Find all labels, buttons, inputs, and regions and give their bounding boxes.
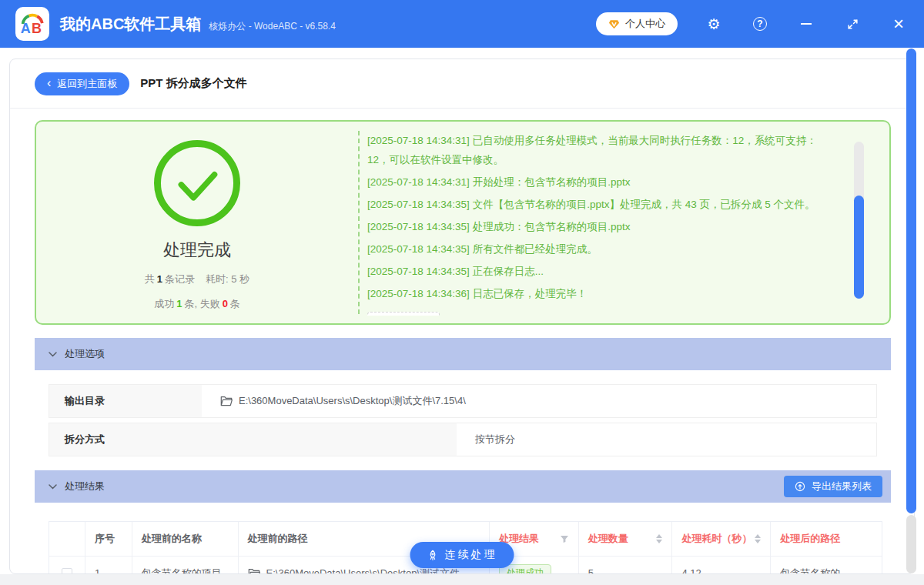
- folder-icon: [220, 396, 233, 406]
- rocket-icon: [427, 550, 439, 561]
- upload-circle-icon: [795, 481, 805, 492]
- elapsed-value: 5 秒: [231, 273, 249, 285]
- header-count[interactable]: 处理数量: [579, 522, 673, 556]
- fail-count: 0: [223, 298, 228, 309]
- log-entry: [2025-07-18 14:34:35] 文件【包含节名称的项目.pptx】处…: [367, 195, 839, 214]
- status-title: 处理完成: [163, 239, 231, 262]
- header-name-before: 处理前的名称: [132, 522, 239, 556]
- minimize-button[interactable]: [796, 14, 816, 34]
- resize-diagonal-icon: [847, 18, 859, 30]
- result-summary: 处理完成 共1条记录耗时: 5 秒 成功1条, 失败0条: [36, 122, 358, 323]
- svg-text:A: A: [21, 21, 31, 36]
- main-content-card: ‹ 返回到主面板 PPT 拆分成多个文件 处理完成 共1条记录耗时: 5 秒 成…: [9, 58, 915, 574]
- page-toolbar: ‹ 返回到主面板 PPT 拆分成多个文件: [10, 59, 914, 109]
- select-all-header-cell: [49, 522, 85, 556]
- log-scrollbar-thumb[interactable]: [854, 196, 864, 299]
- export-results-button[interactable]: 导出结果列表: [784, 476, 882, 497]
- log-entry: [2025-07-18 14:34:36] 日志已保存，处理完毕！: [367, 284, 839, 303]
- window-bottom-strip: [0, 574, 924, 585]
- maximize-button[interactable]: [842, 14, 862, 34]
- page-scrollbar-track[interactable]: [906, 515, 916, 573]
- app-logo-icon: A B: [15, 7, 49, 41]
- output-dir-label: 输出目录: [49, 385, 202, 417]
- svg-text:B: B: [32, 21, 42, 36]
- page-scrollbar[interactable]: [906, 48, 916, 573]
- header-index: 序号: [85, 522, 132, 556]
- vip-diamond-icon: [608, 18, 620, 30]
- back-to-dashboard-button[interactable]: ‹ 返回到主面板: [35, 72, 129, 95]
- continue-processing-label: 连续处理: [445, 548, 497, 562]
- header-elapsed[interactable]: 处理耗时（秒）: [672, 522, 771, 556]
- options-section-title: 处理选项: [65, 347, 105, 361]
- split-mode-label: 拆分方式: [49, 423, 457, 456]
- log-divider: [358, 131, 360, 314]
- log-scrollbar[interactable]: [854, 142, 864, 299]
- log-entry: [2025-07-18 14:34:35] 所有文件都已经处理完成。: [367, 239, 839, 259]
- help-icon[interactable]: ?: [750, 14, 770, 34]
- section-header-results[interactable]: 处理结果 导出结果列表: [35, 470, 891, 503]
- results-section-title: 处理结果: [65, 480, 105, 493]
- row-count: 5: [579, 557, 673, 574]
- success-fail-line: 成功1条, 失败0条: [154, 297, 240, 311]
- row-checkbox-cell: [49, 557, 85, 574]
- user-center-button[interactable]: 个人中心: [596, 12, 678, 35]
- row-index: 1: [85, 557, 132, 574]
- output-dir-row: 输出目录 E:\360MoveData\Users\s\Desktop\测试文件…: [49, 384, 877, 418]
- close-button[interactable]: ×: [889, 14, 909, 34]
- success-panel: 处理完成 共1条记录耗时: 5 秒 成功1条, 失败0条 [2025-07-18…: [35, 120, 891, 325]
- page-title: PPT 拆分成多个文件: [140, 76, 246, 91]
- row-name-before: 包含节名称的项目.: [132, 557, 239, 574]
- log-panel: [2025-07-18 14:34:31] 已自动使用多任务处理模式，当前最大同…: [367, 131, 839, 316]
- chevron-down-icon: [49, 484, 57, 490]
- titlebar: A B 我的ABC软件工具箱 核烁办公 - WodeABC - v6.58.4 …: [0, 0, 924, 48]
- row-path-after: 包含节名称的: [771, 557, 882, 574]
- success-count: 1: [176, 298, 182, 309]
- settings-gear-icon[interactable]: ⚙: [704, 14, 724, 34]
- chevron-left-icon: ‹: [47, 77, 51, 89]
- log-entry: [2025-07-18 14:34:35] 正在保存日志...: [367, 262, 839, 281]
- split-mode-value: 按节拆分: [457, 423, 876, 456]
- folder-icon: [248, 568, 260, 575]
- sort-arrows-icon[interactable]: [656, 534, 662, 543]
- filter-funnel-icon[interactable]: [560, 534, 569, 543]
- row-elapsed: 4.12: [672, 557, 771, 574]
- log-entry: [2025-07-18 14:34:31] 已自动使用多任务处理模式，当前最大同…: [367, 131, 839, 169]
- sort-arrows-icon[interactable]: [755, 534, 761, 543]
- minimize-icon: [801, 23, 812, 25]
- section-header-options[interactable]: 处理选项: [35, 338, 891, 370]
- record-stats-line: 共1条记录耗时: 5 秒: [145, 272, 249, 286]
- log-entry: [2025-07-18 14:34:31] 开始处理：包含节名称的项目.pptx: [367, 172, 839, 192]
- back-button-label: 返回到主面板: [57, 77, 117, 91]
- user-center-label: 个人中心: [625, 17, 665, 31]
- header-path-after: 处理后的路径: [771, 522, 882, 556]
- success-check-icon: [154, 140, 240, 226]
- app-title: 我的ABC软件工具箱: [60, 14, 201, 35]
- output-dir-value: E:\360MoveData\Users\s\Desktop\测试文件\7.15…: [202, 385, 876, 417]
- log-entry: [2025-07-18 14:34:35] 处理成功：包含节名称的项目.pptx: [367, 217, 839, 236]
- chevron-down-icon: [49, 352, 57, 357]
- page-scrollbar-thumb[interactable]: [906, 48, 916, 513]
- split-mode-row: 拆分方式 按节拆分: [49, 423, 877, 456]
- export-results-label: 导出结果列表: [812, 480, 872, 493]
- continue-processing-button[interactable]: 连续处理: [410, 542, 514, 568]
- export-log-button[interactable]: 导出日志: [367, 312, 440, 316]
- total-count: 1: [157, 273, 162, 285]
- app-subtitle: 核烁办公 - WodeABC - v6.58.4: [209, 20, 336, 33]
- row-checkbox[interactable]: [62, 568, 72, 575]
